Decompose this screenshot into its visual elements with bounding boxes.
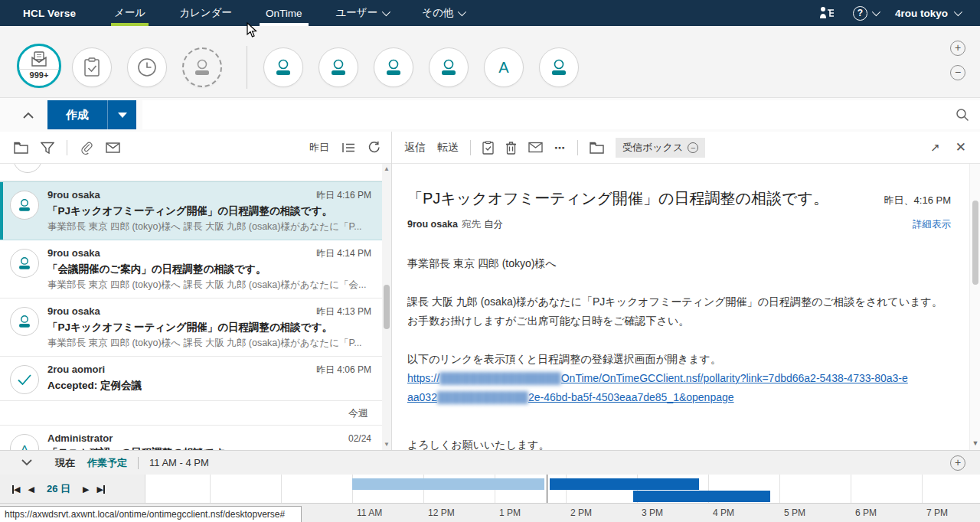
important-people-bar: 999+ A + − [0, 26, 980, 98]
app-logo[interactable]: HCL Verse [23, 8, 76, 19]
refresh-icon[interactable] [368, 141, 381, 154]
message-sender[interactable]: 9rou osaka [407, 219, 458, 230]
scroll-up-arrow[interactable]: ▲ [382, 165, 391, 174]
nav-item-mail[interactable]: メール [111, 0, 149, 26]
add-event-button[interactable]: + [950, 455, 965, 471]
folders-button[interactable] [14, 142, 28, 154]
scroll-down-arrow[interactable]: ▼ [970, 439, 980, 447]
help-menu[interactable]: ? [853, 6, 878, 21]
search-input[interactable] [142, 100, 980, 129]
toolbar-divider [67, 140, 67, 155]
hcl-verse-app: HCL Verse メール カレンダー OnTime ユーザー その他 ? 4r… [0, 0, 980, 522]
scrollbar-thumb[interactable] [384, 285, 390, 329]
delete-icon[interactable] [505, 141, 517, 155]
chevron-down-icon [382, 8, 390, 16]
reading-pane-scrollbar[interactable]: ▼ [969, 164, 980, 450]
recent-history-button[interactable] [127, 47, 167, 87]
unread-filter-icon[interactable] [106, 142, 120, 153]
mail-list-scrollbar[interactable]: ▲ ▼ [382, 164, 391, 450]
mail-item-2[interactable]: 9rou osaka昨日 4:14 PM 「会議開催のご案内」の日程調整の相談で… [0, 240, 382, 299]
collapse-calendar-button[interactable] [21, 459, 32, 466]
now-view-label[interactable]: 現在 [55, 456, 75, 470]
nav-item-more[interactable]: その他 [419, 0, 467, 26]
timeline-grid[interactable]: ◀ ◀ 26 日 ▶ ▶ [0, 475, 980, 504]
more-actions-button[interactable]: ⋯ [554, 142, 566, 154]
sender-name: 2rou aomori [47, 364, 105, 375]
filter-icon[interactable] [41, 142, 54, 154]
mail-item-partial[interactable] [0, 164, 382, 181]
scroll-down-arrow[interactable]: ▼ [382, 440, 391, 449]
last-day-button[interactable]: ▶ [96, 485, 104, 494]
accepted-avatar [10, 365, 39, 394]
main-content: 昨日 9rou osaka昨日 4:16 PM 「PJキックオフミーティング [0, 132, 980, 450]
busy-event-bar[interactable] [550, 478, 699, 490]
inbox-button[interactable]: 999+ [17, 44, 61, 88]
sort-view-icon[interactable] [341, 142, 355, 153]
forward-button[interactable]: 転送 [437, 141, 459, 155]
chevron-down-icon [458, 8, 466, 16]
chevron-down-icon [21, 459, 32, 466]
expand-icon[interactable]: ↗ [930, 141, 940, 155]
first-day-button[interactable]: ◀ [12, 485, 20, 494]
user-menu[interactable]: 4rou tokyo [895, 8, 960, 19]
help-icon: ? [853, 6, 867, 21]
nav-menu: メール カレンダー OnTime ユーザー その他 [97, 0, 481, 26]
person-avatar-3[interactable] [374, 47, 413, 87]
timeline-gridline [779, 475, 780, 503]
mark-task-icon[interactable] [482, 141, 494, 155]
folder-chip-inbox[interactable]: 受信ボックス − [616, 138, 705, 158]
nav-item-ontime[interactable]: OnTime [263, 0, 305, 26]
compose-row: 作成 [0, 98, 980, 132]
mail-subject: 「会議開催のご案内」の日程調整の相談です。 [47, 263, 371, 276]
search-icon[interactable] [956, 108, 969, 122]
mark-unread-icon[interactable] [528, 142, 543, 153]
create-dropdown-button[interactable] [107, 100, 136, 129]
nav-item-calendar[interactable]: カレンダー [176, 0, 235, 26]
busy-event-bar[interactable] [633, 491, 770, 502]
person-avatar-1[interactable] [263, 47, 303, 87]
org-directory-icon[interactable] [819, 5, 836, 21]
mail-item-5[interactable]: A Administrator02/24 「テスト確認」の日程調整の相談です。 … [0, 426, 382, 450]
person-avatar-2[interactable] [318, 47, 358, 87]
person-avatar [10, 307, 39, 336]
reading-toolbar: 返信 転送 ⋯ 受信ボックス − [392, 132, 980, 164]
zoom-out-button[interactable]: − [950, 65, 965, 80]
collapse-people-bar-button[interactable] [18, 112, 38, 119]
people-bar-divider [247, 46, 247, 89]
redacted-text: ████████████████ [439, 372, 561, 384]
reply-button[interactable]: 返信 [404, 141, 426, 155]
person-avatar-4[interactable] [429, 47, 469, 87]
previous-day-button[interactable]: ◀ [28, 485, 34, 494]
show-details-link[interactable]: 詳細表示 [913, 218, 951, 231]
tentative-event-bar[interactable] [352, 478, 544, 490]
next-day-button[interactable]: ▶ [83, 485, 89, 494]
clipboard-check-icon [83, 57, 101, 77]
move-to-folder-icon[interactable] [590, 142, 604, 154]
tasks-button[interactable] [72, 47, 112, 87]
add-person-placeholder[interactable] [182, 47, 222, 87]
schedule-poll-link[interactable]: https://████████████████OnTime/OnTimeGCC… [407, 369, 913, 407]
person-avatar [10, 191, 39, 220]
redacted-text: ████████████ [437, 391, 528, 403]
work-schedule-link[interactable]: 作業予定 [87, 456, 127, 470]
mail-item-4[interactable]: 2rou aomori昨日 4:06 PM Accepted: 定例会議 [0, 357, 382, 401]
scrollbar-thumb[interactable] [972, 201, 978, 285]
person-avatar-letter[interactable]: A [484, 47, 524, 87]
zoom-in-button[interactable]: + [950, 41, 965, 56]
attachment-filter-icon[interactable] [80, 141, 93, 155]
message-recipient[interactable]: 自分 [484, 219, 503, 230]
create-button[interactable]: 作成 [47, 100, 107, 129]
sender-name: 9rou osaka [47, 305, 100, 317]
nav-item-users[interactable]: ユーザー [333, 0, 392, 26]
current-day-label[interactable]: 26 日 [47, 482, 70, 496]
person-icon [383, 57, 404, 77]
mail-subject: 「PJキックオフミーティング開催」の日程調整の相談です。 [47, 204, 371, 218]
mail-item-3[interactable]: 9rou osaka昨日 4:13 PM 「PJキックオフミーティング開催」の日… [0, 299, 382, 357]
person-avatar-5[interactable] [539, 47, 579, 87]
mail-item-1[interactable]: 9rou osaka昨日 4:16 PM 「PJキックオフミーティング開催」の日… [0, 181, 382, 240]
list-date-header[interactable]: 昨日 [309, 141, 329, 155]
timeline-gridline [281, 475, 282, 503]
close-icon[interactable]: ✕ [956, 139, 966, 155]
remove-folder-icon[interactable]: − [688, 142, 698, 153]
person-icon [16, 256, 33, 271]
